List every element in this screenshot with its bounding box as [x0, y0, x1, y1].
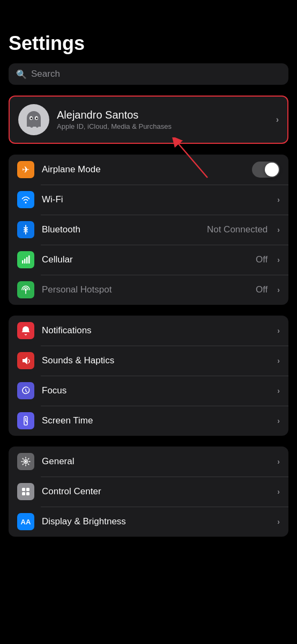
sounds-label: Sounds & Haptics: [42, 355, 270, 366]
cellular-icon: [17, 251, 34, 268]
control-center-chevron: ›: [277, 487, 280, 496]
avatar: [18, 104, 49, 135]
profile-text: Alejandro Santos Apple ID, iCloud, Media…: [57, 109, 269, 130]
general-icon: [17, 453, 34, 470]
hotspot-label: Personal Hotspot: [42, 284, 248, 295]
svg-marker-13: [23, 357, 27, 364]
focus-label: Focus: [42, 385, 270, 396]
profile-name: Alejandro Santos: [57, 109, 269, 121]
profile-section[interactable]: Alejandro Santos Apple ID, iCloud, Media…: [9, 96, 288, 144]
notifications-section: Notifications › Sounds & Haptics › F: [9, 316, 288, 436]
notifications-icon: [17, 322, 34, 339]
settings-row-display[interactable]: AA Display & Brightness ›: [9, 507, 288, 537]
hotspot-icon: [17, 281, 34, 298]
screentime-icon: [17, 412, 34, 429]
svg-rect-20: [22, 492, 25, 495]
airplane-mode-toggle[interactable]: [252, 162, 280, 178]
notifications-chevron: ›: [277, 326, 280, 335]
svg-point-16: [25, 460, 27, 463]
control-center-icon: [17, 483, 34, 500]
airplane-mode-icon: ✈: [17, 161, 34, 178]
focus-chevron: ›: [277, 386, 280, 395]
cellular-chevron: ›: [277, 255, 280, 264]
svg-rect-1: [27, 118, 41, 127]
settings-row-cellular[interactable]: Cellular Off ›: [9, 245, 288, 275]
toggle-knob: [265, 163, 279, 177]
settings-row-focus[interactable]: Focus ›: [9, 376, 288, 406]
display-icon: AA: [17, 513, 34, 530]
display-chevron: ›: [277, 517, 280, 526]
svg-point-4: [31, 118, 32, 120]
search-icon: 🔍: [16, 69, 27, 79]
profile-chevron: ›: [276, 115, 279, 125]
screentime-label: Screen Time: [42, 415, 270, 426]
sounds-icon: [17, 352, 34, 369]
bluetooth-chevron: ›: [277, 225, 280, 234]
wifi-label: Wi-Fi: [42, 194, 270, 205]
notifications-label: Notifications: [42, 325, 270, 336]
settings-row-control-center[interactable]: Control Center ›: [9, 477, 288, 507]
display-label: Display & Brightness: [42, 516, 270, 527]
search-bar[interactable]: 🔍 Search: [9, 63, 288, 85]
profile-subtitle: Apple ID, iCloud, Media & Purchases: [57, 122, 269, 130]
svg-rect-18: [22, 488, 25, 491]
settings-page: Settings 🔍 Search Alejand: [0, 0, 297, 558]
connectivity-section: ✈ Airplane Mode Wi-Fi ›: [9, 155, 288, 305]
cellular-label: Cellular: [42, 254, 248, 265]
profile-row[interactable]: Alejandro Santos Apple ID, iCloud, Media…: [10, 97, 287, 143]
general-label: General: [42, 456, 270, 467]
settings-row-airplane-mode[interactable]: ✈ Airplane Mode: [9, 155, 288, 185]
general-chevron: ›: [277, 457, 280, 466]
wifi-icon: [17, 191, 34, 208]
bluetooth-value: Not Connected: [207, 224, 268, 235]
hotspot-chevron: ›: [277, 286, 280, 294]
settings-row-bluetooth[interactable]: Bluetooth Not Connected ›: [9, 215, 288, 245]
settings-row-screentime[interactable]: Screen Time ›: [9, 406, 288, 436]
focus-icon: [17, 382, 34, 399]
search-input[interactable]: Search: [31, 69, 60, 79]
sounds-chevron: ›: [277, 356, 280, 365]
hotspot-value: Off: [256, 284, 268, 295]
settings-row-sounds[interactable]: Sounds & Haptics ›: [9, 346, 288, 376]
bluetooth-label: Bluetooth: [42, 224, 199, 235]
page-title: Settings: [9, 32, 288, 55]
svg-rect-8: [24, 259, 26, 264]
wifi-chevron: ›: [277, 195, 280, 204]
cellular-value: Off: [256, 254, 268, 265]
bluetooth-icon: [17, 221, 34, 238]
control-center-label: Control Center: [42, 486, 270, 497]
settings-row-general[interactable]: General ›: [9, 447, 288, 477]
svg-rect-19: [26, 488, 29, 491]
airplane-mode-label: Airplane Mode: [42, 164, 244, 175]
svg-rect-9: [26, 257, 28, 264]
svg-point-5: [36, 118, 38, 120]
settings-row-hotspot[interactable]: Personal Hotspot Off ›: [9, 275, 288, 305]
svg-rect-10: [28, 255, 30, 264]
svg-rect-21: [26, 492, 29, 495]
settings-row-wifi[interactable]: Wi-Fi ›: [9, 185, 288, 215]
screentime-chevron: ›: [277, 416, 280, 425]
svg-rect-7: [22, 260, 24, 264]
settings-row-notifications[interactable]: Notifications ›: [9, 316, 288, 346]
general-section: General › Control Center › AA Display & …: [9, 447, 288, 537]
